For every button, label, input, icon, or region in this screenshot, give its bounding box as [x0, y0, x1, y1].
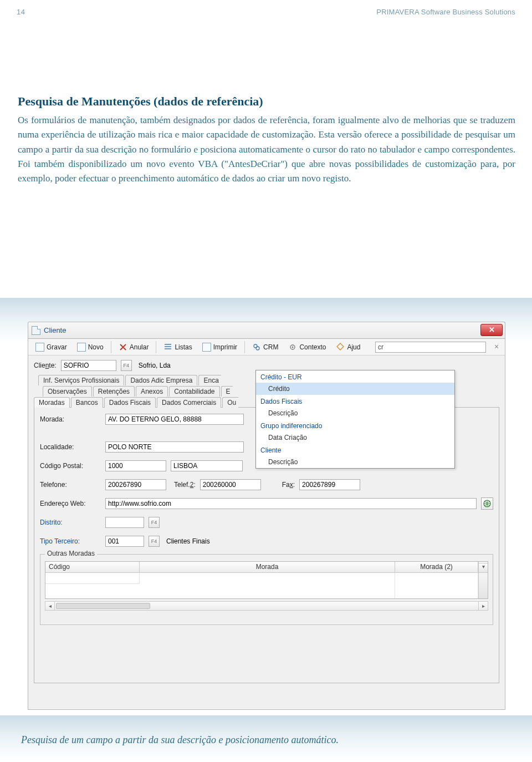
ajuda-button[interactable]: Ajud — [332, 341, 364, 353]
tab-moradas[interactable]: Moradas — [34, 397, 70, 408]
tipo-terceiro-label[interactable]: Tipo Terceiro: — [40, 537, 101, 545]
tab-dados-comerciais[interactable]: Dados Comerciais — [157, 397, 221, 408]
scroll-down-icon[interactable]: ▾ — [479, 563, 488, 572]
suggest-item-descricao-cliente[interactable]: Descrição — [256, 456, 454, 468]
grid-body — [45, 573, 488, 598]
scroll-left-icon[interactable]: ◂ — [45, 602, 55, 610]
codigo-postal-city-input[interactable] — [171, 460, 243, 471]
localidade-input[interactable] — [105, 441, 244, 453]
crm-button[interactable]: CRM — [248, 341, 282, 353]
separator — [244, 341, 245, 353]
codigo-postal-label: Código Postal: — [40, 462, 101, 470]
print-icon — [202, 343, 211, 352]
window-title: Cliente — [44, 326, 66, 334]
morada-input[interactable] — [105, 414, 244, 425]
cell-morada2[interactable] — [395, 573, 478, 598]
contexto-button[interactable]: Contexto — [284, 341, 330, 353]
suggest-item-data-criacao[interactable]: Data Criação — [256, 431, 454, 444]
gear-icon — [288, 343, 297, 352]
suggest-group: Dados Fiscais — [256, 395, 454, 407]
document-icon — [32, 326, 40, 335]
scroll-right-icon[interactable]: ▸ — [478, 602, 488, 610]
tab-enca[interactable]: Enca — [198, 375, 221, 385]
tab-retencoes[interactable]: Retenções — [93, 386, 135, 397]
svg-point-1 — [256, 347, 259, 350]
suggest-group: Grupo indiferenciado — [256, 419, 454, 431]
tipo-terceiro-desc — [164, 536, 247, 547]
endereco-web-label: Endereço Web: — [40, 500, 101, 507]
article-heading: Pesquisa de Manutenções (dados de referê… — [18, 94, 515, 109]
cancel-icon — [119, 343, 127, 352]
grid-vscroll-body[interactable] — [478, 573, 488, 598]
fax-input[interactable] — [299, 479, 360, 490]
distrito-input[interactable] — [105, 517, 144, 528]
scroll-thumb[interactable] — [56, 603, 150, 609]
outras-moradas-fieldset: Outras Moradas Código Morada Morada (2) … — [40, 554, 493, 625]
col-morada2[interactable]: Morada (2) — [395, 562, 478, 572]
cliente-label: Cliente: — [34, 362, 57, 369]
outras-moradas-legend: Outras Moradas — [45, 550, 97, 557]
novo-button[interactable]: Novo — [73, 341, 108, 353]
close-button[interactable]: ✕ — [480, 324, 503, 336]
outras-moradas-grid[interactable]: Código Morada Morada (2) ▴ ▾ — [45, 561, 488, 599]
tab-ou[interactable]: Ou — [222, 397, 238, 408]
distrito-label[interactable]: Distrito: — [40, 519, 101, 526]
distrito-lookup-button[interactable]: F4 — [149, 517, 160, 528]
window-titlebar: Cliente ✕ — [28, 322, 505, 338]
listas-button[interactable]: Listas — [160, 341, 196, 353]
save-icon — [35, 343, 44, 352]
tab-e[interactable]: E — [221, 386, 233, 397]
search-suggestions: Crédito - EUR Crédito Dados Fiscais Desc… — [255, 370, 455, 469]
crm-icon — [252, 343, 261, 352]
telefone-input[interactable] — [105, 479, 166, 490]
cliente-lookup-button[interactable]: F4 — [121, 360, 132, 371]
tab-dados-adic[interactable]: Dados Adic Empresa — [125, 375, 197, 385]
new-icon — [77, 343, 86, 352]
svg-point-3 — [292, 346, 294, 348]
morada-label: Morada: — [40, 415, 101, 423]
globe-icon — [483, 500, 491, 507]
tab-contabilidade[interactable]: Contabilidade — [169, 386, 219, 397]
localidade-label: Localidade: — [40, 443, 101, 451]
btn-label: Listas — [175, 343, 192, 351]
col-codigo[interactable]: Código — [45, 562, 140, 572]
imprimir-button[interactable]: Imprimir — [198, 341, 241, 353]
figure-caption: Pesquisa de um campo a partir da sua des… — [21, 734, 515, 746]
grid-vscroll[interactable]: ▴ ▾ — [478, 562, 488, 572]
suggest-item-credito[interactable]: Crédito — [256, 383, 454, 395]
toolbar: Gravar Novo Anular Listas — [28, 339, 505, 355]
grid-header: Código Morada Morada (2) ▴ ▾ — [45, 562, 488, 573]
article-body: Os formulários de manutenção, também des… — [18, 113, 515, 186]
btn-label: Anular — [130, 343, 149, 351]
tab-anexos[interactable]: Anexos — [136, 386, 168, 397]
window-body: Gravar Novo Anular Listas — [28, 338, 505, 710]
suggest-group: Crédito - EUR — [256, 370, 454, 383]
tipo-terceiro-input[interactable] — [105, 536, 144, 547]
gravar-button[interactable]: Gravar — [32, 341, 71, 353]
cell-codigo[interactable] — [45, 573, 140, 584]
cliente-code-input[interactable] — [61, 360, 116, 371]
btn-label: Ajud — [347, 343, 360, 351]
separator — [156, 341, 156, 353]
search-clear-button[interactable]: × — [492, 342, 502, 352]
tipo-terceiro-lookup-button[interactable]: F4 — [149, 536, 160, 547]
tab-dados-fiscais[interactable]: Dados Fiscais — [104, 397, 156, 408]
open-url-button[interactable] — [481, 497, 493, 510]
btn-label: Contexto — [299, 343, 326, 351]
suggest-item-descricao-fiscais[interactable]: Descrição — [256, 407, 454, 419]
col-morada[interactable]: Morada — [140, 562, 395, 572]
toolbar-search-input[interactable] — [375, 342, 486, 353]
table-row[interactable] — [45, 573, 488, 598]
telefone2-input[interactable] — [200, 479, 261, 490]
codigo-postal-input[interactable] — [105, 460, 166, 471]
cell-morada[interactable] — [140, 573, 395, 598]
telefone-label: Telefone: — [40, 481, 101, 489]
tab-bancos[interactable]: Bancos — [71, 397, 103, 408]
tab-inf-servicos[interactable]: Inf. Serviços Profissionais — [38, 375, 124, 385]
grid-hscroll[interactable]: ◂ ▸ — [45, 601, 488, 611]
suggest-group: Cliente — [256, 444, 454, 456]
tab-observacoes[interactable]: Observações — [43, 386, 92, 397]
anular-button[interactable]: Anular — [115, 341, 153, 353]
fax-label: Fax: — [282, 481, 295, 489]
endereco-web-input[interactable] — [105, 498, 477, 509]
